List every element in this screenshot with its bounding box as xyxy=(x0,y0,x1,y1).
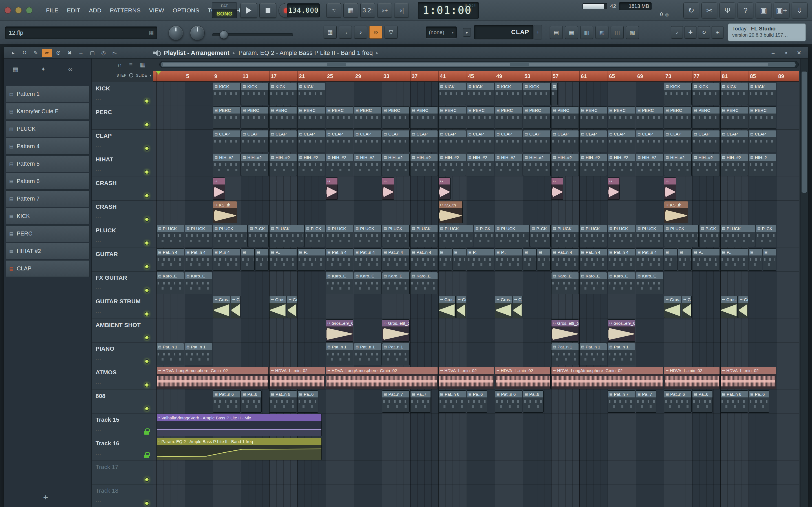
track-options-button[interactable]: ... xyxy=(96,95,101,101)
mixer-icon[interactable]: ▨ xyxy=(596,26,608,39)
playlist-close-button[interactable]: ✕ xyxy=(793,49,805,57)
shop-icon[interactable]: ⊞ xyxy=(712,26,723,39)
clip-clap-3-12[interactable]: ▤CLAP xyxy=(523,130,551,152)
browser-icon[interactable]: ◫ xyxy=(611,26,624,39)
play-tool-icon[interactable]: ▸ xyxy=(8,49,18,57)
track-header-hihat-4[interactable]: HIHAT... xyxy=(92,153,153,177)
clip-atmos-13-2[interactable]: ↦HDVA_L..min_02 xyxy=(269,367,325,389)
clip-perc-2-1[interactable]: ▤PERC xyxy=(213,107,241,129)
clip-hihat-4-9[interactable]: ▤HIH..#2 xyxy=(439,154,466,176)
clip-808-14-1[interactable]: ▤Pat..n 6 xyxy=(213,390,241,413)
clip-atmos-13-6[interactable]: ↦HDVA_LongAtmosphere_Gmin_02 xyxy=(551,367,663,389)
clip-guitar-8-21[interactable]: ▤Pat..n 4 xyxy=(636,248,663,271)
clip-pluck-7-2[interactable]: ▤PLUCK xyxy=(185,225,212,247)
track-header-atmos-13[interactable]: ATMOS... xyxy=(92,366,153,390)
clip-guitar-8-11[interactable]: ▤Pat..n 4 xyxy=(410,248,438,271)
clip-pluck-7-5[interactable]: ▤PLUCK xyxy=(269,225,304,247)
clip-guitar-strum-10-10[interactable]: ↦Gr..l xyxy=(682,296,692,318)
clip-808-14-3[interactable]: ▤Pat..n 6 xyxy=(269,390,297,413)
clip-clap-3-7[interactable]: ▤CLAP xyxy=(382,130,410,152)
clip-pluck-7-3[interactable]: ▤PLUCK xyxy=(213,225,248,247)
track-lane-track-18-18[interactable] xyxy=(153,485,799,507)
clip-hihat-4-2[interactable]: ▤HIH..#2 xyxy=(241,154,269,176)
mic-icon[interactable]: Ψ xyxy=(719,3,735,18)
clip-hihat-4-18[interactable]: ▤HIH..#2 xyxy=(692,154,720,176)
track-lane-crash-6[interactable]: ↦KS..th↦KS..th↦KS..th xyxy=(153,201,799,224)
clip-guitar-8-9[interactable]: ▤Pat..n 4 xyxy=(354,248,382,271)
help-icon[interactable]: ? xyxy=(738,3,753,18)
track-lane-track-17-17[interactable] xyxy=(153,461,799,485)
pattern-item-pattern-6[interactable]: ▤Pattern 6 xyxy=(6,173,90,189)
track-options-button[interactable]: ... xyxy=(96,119,101,125)
play-button[interactable] xyxy=(240,3,257,18)
clip-perc-2-2[interactable]: ▤PERC xyxy=(241,107,269,129)
options-arrow-icon[interactable]: ▾ xyxy=(150,73,152,77)
draw-tool-icon[interactable]: ✎ xyxy=(31,49,41,57)
clip-kick-1-12[interactable]: ▤KICK xyxy=(720,83,748,105)
clip-pluck-7-4[interactable]: ▤P..CK xyxy=(248,225,269,247)
clip-pluck-7-12[interactable]: ▤P..CK xyxy=(474,225,494,247)
clip-808-14-2[interactable]: ▤Pa..6 xyxy=(241,390,262,413)
plugin-picker-icon[interactable]: ▧ xyxy=(626,26,639,39)
track-lane-clap-3[interactable]: ▤CLAP▤CLAP▤CLAP▤CLAP▤CLAP▤CLAP▤CLAP▤CLAP… xyxy=(153,129,799,153)
clip-perc-2-7[interactable]: ▤PERC xyxy=(382,107,410,129)
clip-808-14-11[interactable]: ▤Pat..n 7 xyxy=(608,390,635,413)
clip-clap-3-5[interactable]: ▤CLAP xyxy=(326,130,353,152)
track-led[interactable] xyxy=(145,265,149,269)
clip-crash-6-1[interactable]: ↦KS..th xyxy=(213,201,237,223)
clip-guitar-8-6[interactable]: ▤P.. xyxy=(269,248,297,271)
clip-perc-2-4[interactable]: ▤PERC xyxy=(297,107,325,129)
clip-hihat-4-6[interactable]: ▤HIH..#2 xyxy=(354,154,382,176)
tempo-display[interactable]: 134.000 xyxy=(287,3,320,17)
clip-guitar-strum-10-12[interactable]: ↦Gr..l xyxy=(738,296,748,318)
clip-hihat-4-10[interactable]: ▤HIH..#2 xyxy=(467,154,494,176)
track-lane-guitar-strum-10[interactable]: ↦Gros..el↦Gr..l↦Gros..el↦Gr..l↦Gros..el↦… xyxy=(153,295,799,319)
track-header-piano-12[interactable]: PIANO... xyxy=(92,342,153,366)
track-led[interactable] xyxy=(145,501,149,506)
clip-pluck-7-14[interactable]: ▤P..CK xyxy=(530,225,551,247)
clip-guitar-8-19[interactable]: ▤Pat..n 4 xyxy=(579,248,607,271)
track-header-track-16-16[interactable]: Track 16... xyxy=(92,437,153,461)
track-lane-pluck-7[interactable]: ▤PLUCK▤PLUCK▤PLUCK▤P..CK▤PLUCK▤P..CK▤PLU… xyxy=(153,224,799,248)
track-options-button[interactable]: ... xyxy=(96,355,101,361)
clip-ambient-shot-11-4[interactable]: ↦Gros..el9_G# xyxy=(608,320,635,342)
clip-hihat-4-13[interactable]: ▤HIH..#2 xyxy=(551,154,579,176)
clip-guitar-8-16[interactable]: ▤ xyxy=(523,248,537,271)
track-led[interactable] xyxy=(145,170,149,174)
keys-icon[interactable]: ▦ xyxy=(140,61,146,68)
clip-hihat-4-3[interactable]: ▤HIH..#2 xyxy=(269,154,297,176)
track-lane-808-14[interactable]: ▤Pat..n 6▤Pa..6▤Pat..n 6▤Pa..6▤Pat..n 7▤… xyxy=(153,390,799,413)
clip-perc-2-15[interactable]: ▤PERC xyxy=(608,107,635,129)
pattern-item-karoryfer-cute-e[interactable]: ▤Karoryfer Cute E xyxy=(6,103,90,120)
horizontal-scrollbar-thumb[interactable] xyxy=(161,62,796,67)
clip-guitar-8-23[interactable]: ▤ xyxy=(678,248,692,271)
chain-icon[interactable]: ∞ xyxy=(68,66,72,73)
pat-mode-button[interactable]: PAT xyxy=(212,2,237,9)
cut-icon[interactable]: ✂ xyxy=(702,3,717,18)
menu-add[interactable]: ADD xyxy=(85,7,105,14)
clip-fx-guitar-9-1[interactable]: ▤Karo..E xyxy=(156,272,184,294)
clip-atmos-13-4[interactable]: ↦HDVA_L..min_02 xyxy=(439,367,494,389)
swap-arrow-icon[interactable]: → xyxy=(339,25,352,39)
clip-808-14-8[interactable]: ▤Pa..6 xyxy=(467,390,487,413)
clip-pluck-7-7[interactable]: ▤PLUCK xyxy=(326,225,353,247)
clip-kick-1-4[interactable]: ▤KICK xyxy=(297,83,325,105)
track-header-track-18-18[interactable]: Track 18... xyxy=(92,485,153,507)
clip-perc-2-19[interactable]: ▤PERC xyxy=(720,107,748,129)
clip-guitar-8-7[interactable]: ▤P.. xyxy=(297,248,325,271)
playlist-titlebar[interactable]: ▸Ω✎✏∅✖↔▢◎▻ Playlist - Arrangement ▸ Para… xyxy=(4,47,808,59)
clip-fx-guitar-9-3[interactable]: ▤Karo..E xyxy=(326,272,353,294)
autosave-icon[interactable]: ↻ xyxy=(683,3,699,18)
clip-guitar-strum-10-4[interactable]: ↦Gr..l xyxy=(287,296,297,318)
clip-perc-2-11[interactable]: ▤PERC xyxy=(495,107,522,129)
track-options-button[interactable]: ... xyxy=(96,308,101,314)
clip-hihat-4-8[interactable]: ▤HIH..#2 xyxy=(410,154,438,176)
clip-pluck-7-21[interactable]: ▤PLUCK xyxy=(720,225,755,247)
clip-crash-5-6[interactable]: ↦ xyxy=(608,177,620,200)
track-options-button[interactable]: ... xyxy=(96,427,101,432)
track-header-crash-6[interactable]: CRASH... xyxy=(92,201,153,224)
track-led[interactable] xyxy=(145,383,149,387)
horizontal-scrollbar[interactable] xyxy=(159,61,799,68)
clip-clap-3-1[interactable]: ▤CLAP xyxy=(213,130,241,152)
clip-perc-2-8[interactable]: ▤PERC xyxy=(410,107,438,129)
